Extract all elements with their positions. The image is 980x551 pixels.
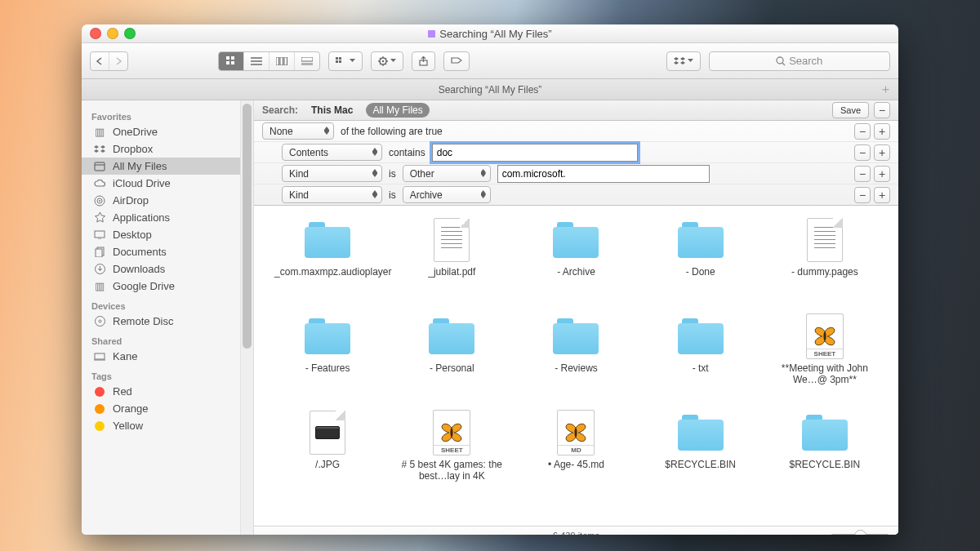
value-input[interactable] [497,165,710,183]
svg-rect-11 [339,60,341,63]
sidebar-item-label: Dropbox [113,143,153,155]
file-icon: SHEET [433,410,470,455]
file-name: - Archive [557,266,595,278]
all-files-icon [93,162,106,171]
svg-rect-16 [95,162,105,171]
scope-this-mac[interactable]: This Mac [305,103,359,118]
close-button[interactable] [90,28,101,39]
file-item[interactable]: _jubilat.pdf [390,217,514,309]
remove-rule-button[interactable]: − [854,166,871,182]
action-button[interactable] [371,51,403,71]
sidebar-item-documents[interactable]: Documents [82,243,253,260]
view-list-button[interactable] [244,52,270,70]
search-rules: None of the following are true − + Conte… [254,121,898,206]
file-icon [553,313,599,359]
sidebar-item-dropbox[interactable]: Dropbox [82,140,253,158]
file-item[interactable]: - txt [639,313,763,405]
file-item[interactable]: - Features [265,313,390,405]
desktop-icon [93,230,106,239]
icon-zoom-slider[interactable] [831,534,889,535]
add-rule-button[interactable]: + [874,187,890,203]
file-item[interactable]: _com.maxmpz.audioplayer [265,217,390,309]
sidebar-tag-orange[interactable]: Orange [82,400,253,417]
file-item[interactable]: - Reviews [514,313,638,405]
file-item[interactable]: SHEET**Meeting with John We…@ 3pm** [763,313,887,405]
share-button[interactable] [412,51,435,71]
sidebar-item-all-my-files[interactable]: All My Files [82,158,253,175]
file-name: # 5 best 4K games: the best…lay in 4K [399,459,505,482]
tags-button[interactable] [443,51,470,71]
sidebar-item-airdrop[interactable]: AirDrop [82,192,253,209]
view-icon-button[interactable] [219,52,244,70]
sidebar-tag-red[interactable]: Red [82,383,253,400]
sidebar-item-remotedisc[interactable]: Remote Disc [82,313,253,330]
view-mode-segment [218,51,320,71]
sidebar: Favorites ▥OneDrive Dropbox All My Files… [82,100,254,535]
file-name: _jubilat.pdf [428,266,475,278]
sidebar-scrollbar[interactable] [240,100,253,535]
file-name: _com.maxmpz.audioplayer [274,266,381,278]
arrange-button[interactable] [328,51,363,71]
kind-popup[interactable]: Archive [403,186,491,203]
file-item[interactable]: - Archive [514,217,638,309]
attr-popup[interactable]: Kind [282,186,382,203]
remove-rule-button[interactable]: − [854,144,871,161]
file-icon [678,410,724,455]
file-item[interactable]: $RECYCLE.BIN [639,410,763,501]
scope-all-my-files[interactable]: All My Files [366,103,429,118]
save-button[interactable]: Save [832,102,869,118]
new-tab-button[interactable]: ＋ [880,82,892,97]
sidebar-item-downloads[interactable]: Downloads [82,260,253,278]
view-coverflow-button[interactable] [295,52,319,70]
file-item[interactable]: SHEET# 5 best 4K games: the best…lay in … [390,410,514,501]
file-item[interactable]: /.JPG [265,410,390,501]
documents-icon [93,247,106,257]
attr-popup[interactable]: Kind [282,165,382,182]
minimize-button[interactable] [107,28,118,39]
file-item[interactable]: - Done [639,217,763,309]
scope-label: Search: [262,104,298,116]
file-item[interactable]: - Personal [390,313,514,405]
svg-rect-8 [336,57,338,60]
remove-rule-button[interactable]: − [854,187,871,203]
files-icon-view[interactable]: _com.maxmpz.audioplayer_jubilat.pdf- Arc… [254,206,898,526]
collapse-rules-button[interactable]: − [874,102,890,118]
sidebar-item-icloud[interactable]: iCloud Drive [82,175,253,192]
zoom-button[interactable] [124,28,136,39]
add-rule-button[interactable]: + [874,166,890,182]
attr-popup[interactable]: Contents [282,144,382,161]
kind-popup[interactable]: Other [403,165,491,182]
svg-point-15 [777,57,783,64]
dropbox-button[interactable] [666,51,701,71]
svg-rect-9 [339,57,341,60]
view-column-button[interactable] [270,52,295,70]
file-item[interactable]: MD• Age- 45.md [514,410,638,501]
search-input[interactable]: Search [709,51,891,71]
file-icon: MD [557,410,595,455]
sidebar-item-onedrive[interactable]: ▥OneDrive [82,123,253,140]
sidebar-item-label: All My Files [113,160,167,172]
sidebar-item-label: Google Drive [113,280,175,292]
dropbox-icon [93,144,106,154]
back-button[interactable] [91,52,109,70]
value-input[interactable] [432,144,638,162]
sidebar-item-googledrive[interactable]: ▥Google Drive [82,278,253,295]
sidebar-tag-yellow[interactable]: Yellow [82,417,253,434]
sidebar-item-desktop[interactable]: Desktop [82,226,253,243]
sidebar-item-shared-kane[interactable]: Kane [82,348,253,365]
svg-rect-20 [95,231,105,238]
tab-title[interactable]: Searching “All My Files” [82,84,898,96]
item-count: 6,439 items [553,531,599,535]
remove-rule-button[interactable]: − [854,123,871,140]
sidebar-item-applications[interactable]: Applications [82,209,253,226]
file-item[interactable]: $RECYCLE.BIN [763,410,887,501]
add-rule-button[interactable]: + [874,144,890,161]
svg-rect-0 [226,56,229,60]
file-icon [678,217,724,263]
match-popup[interactable]: None [262,122,334,140]
forward-button[interactable] [109,52,127,70]
file-item[interactable]: - dummy.pages [763,217,887,309]
sidebar-item-label: Orange [113,402,148,415]
add-rule-button[interactable]: + [874,123,890,140]
folder-icon: ▥ [93,280,106,292]
